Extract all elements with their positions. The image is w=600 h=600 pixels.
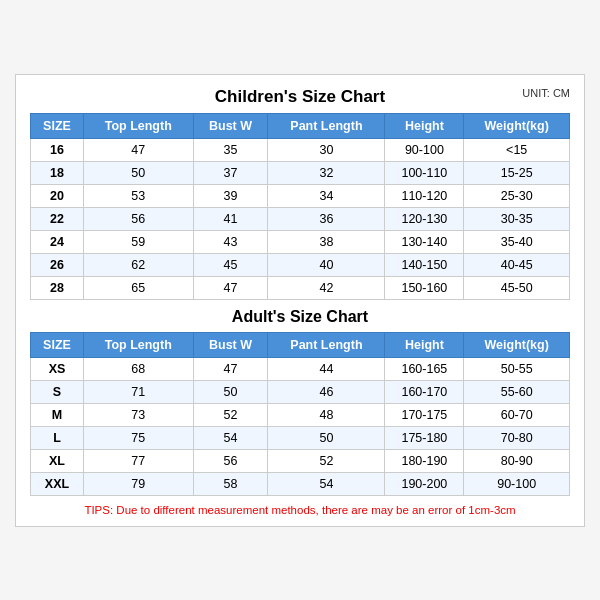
table-cell: 35-40	[464, 230, 570, 253]
table-cell: 59	[83, 230, 193, 253]
table-row: 20533934110-12025-30	[31, 184, 570, 207]
table-cell: 46	[268, 380, 385, 403]
table-cell: 39	[193, 184, 268, 207]
table-cell: <15	[464, 138, 570, 161]
children-col-pant: Pant Length	[268, 113, 385, 138]
table-cell: 54	[193, 426, 268, 449]
adult-col-bust: Bust W	[193, 332, 268, 357]
table-cell: 44	[268, 357, 385, 380]
table-cell: 30-35	[464, 207, 570, 230]
table-cell: 80-90	[464, 449, 570, 472]
table-cell: 110-120	[385, 184, 464, 207]
table-cell: 28	[31, 276, 84, 299]
children-header-row: SIZE Top Length Bust W Pant Length Heigh…	[31, 113, 570, 138]
table-cell: L	[31, 426, 84, 449]
table-cell: 160-170	[385, 380, 464, 403]
tips-row: TIPS: Due to different measurement metho…	[30, 504, 570, 516]
table-cell: 77	[83, 449, 193, 472]
table-cell: 50	[193, 380, 268, 403]
table-cell: 53	[83, 184, 193, 207]
table-cell: 38	[268, 230, 385, 253]
table-row: 22564136120-13030-35	[31, 207, 570, 230]
table-cell: 190-200	[385, 472, 464, 495]
table-cell: 140-150	[385, 253, 464, 276]
children-col-bust: Bust W	[193, 113, 268, 138]
table-cell: 56	[83, 207, 193, 230]
table-cell: 170-175	[385, 403, 464, 426]
table-cell: XL	[31, 449, 84, 472]
table-cell: 90-100	[385, 138, 464, 161]
table-cell: 41	[193, 207, 268, 230]
table-cell: S	[31, 380, 84, 403]
table-cell: 100-110	[385, 161, 464, 184]
adult-table: SIZE Top Length Bust W Pant Length Heigh…	[30, 332, 570, 496]
table-cell: 58	[193, 472, 268, 495]
table-cell: XXL	[31, 472, 84, 495]
table-cell: 62	[83, 253, 193, 276]
table-cell: 54	[268, 472, 385, 495]
table-cell: 45	[193, 253, 268, 276]
table-cell: 34	[268, 184, 385, 207]
table-cell: 36	[268, 207, 385, 230]
table-cell: 45-50	[464, 276, 570, 299]
adult-header-row: SIZE Top Length Bust W Pant Length Heigh…	[31, 332, 570, 357]
table-cell: 40	[268, 253, 385, 276]
table-cell: 160-165	[385, 357, 464, 380]
table-row: XL775652180-19080-90	[31, 449, 570, 472]
children-col-size: SIZE	[31, 113, 84, 138]
table-cell: 70-80	[464, 426, 570, 449]
adult-title: Adult's Size Chart	[232, 308, 368, 325]
table-cell: 180-190	[385, 449, 464, 472]
table-cell: 71	[83, 380, 193, 403]
unit-label: UNIT: CM	[522, 87, 570, 99]
children-table: SIZE Top Length Bust W Pant Length Heigh…	[30, 113, 570, 300]
table-cell: 65	[83, 276, 193, 299]
table-cell: 52	[268, 449, 385, 472]
children-col-height: Height	[385, 113, 464, 138]
table-cell: 120-130	[385, 207, 464, 230]
table-cell: 68	[83, 357, 193, 380]
table-cell: 47	[83, 138, 193, 161]
table-row: XXL795854190-20090-100	[31, 472, 570, 495]
table-row: 1647353090-100<15	[31, 138, 570, 161]
table-row: 24594338130-14035-40	[31, 230, 570, 253]
table-cell: 47	[193, 276, 268, 299]
adult-col-height: Height	[385, 332, 464, 357]
children-col-weight: Weight(kg)	[464, 113, 570, 138]
table-cell: 50	[83, 161, 193, 184]
main-title-row: Children's Size Chart UNIT: CM	[30, 87, 570, 107]
table-cell: 35	[193, 138, 268, 161]
adult-col-pant: Pant Length	[268, 332, 385, 357]
main-title: Children's Size Chart	[215, 87, 385, 107]
table-cell: 32	[268, 161, 385, 184]
table-row: 18503732100-11015-25	[31, 161, 570, 184]
table-cell: 150-160	[385, 276, 464, 299]
table-cell: 60-70	[464, 403, 570, 426]
table-cell: 30	[268, 138, 385, 161]
table-row: L755450175-18070-80	[31, 426, 570, 449]
table-cell: 16	[31, 138, 84, 161]
table-row: XS684744160-16550-55	[31, 357, 570, 380]
table-cell: 22	[31, 207, 84, 230]
table-cell: 175-180	[385, 426, 464, 449]
table-row: S715046160-17055-60	[31, 380, 570, 403]
table-cell: 18	[31, 161, 84, 184]
table-row: 28654742150-16045-50	[31, 276, 570, 299]
table-cell: 25-30	[464, 184, 570, 207]
table-cell: 15-25	[464, 161, 570, 184]
children-col-top-length: Top Length	[83, 113, 193, 138]
table-cell: 50-55	[464, 357, 570, 380]
table-cell: 42	[268, 276, 385, 299]
table-cell: 48	[268, 403, 385, 426]
table-cell: 24	[31, 230, 84, 253]
table-cell: 26	[31, 253, 84, 276]
table-cell: 56	[193, 449, 268, 472]
table-row: M735248170-17560-70	[31, 403, 570, 426]
table-cell: M	[31, 403, 84, 426]
table-cell: 52	[193, 403, 268, 426]
table-cell: 55-60	[464, 380, 570, 403]
table-cell: 43	[193, 230, 268, 253]
tips-text: TIPS: Due to different measurement metho…	[84, 504, 515, 516]
adult-section-title-row: Adult's Size Chart	[30, 308, 570, 326]
table-cell: 37	[193, 161, 268, 184]
